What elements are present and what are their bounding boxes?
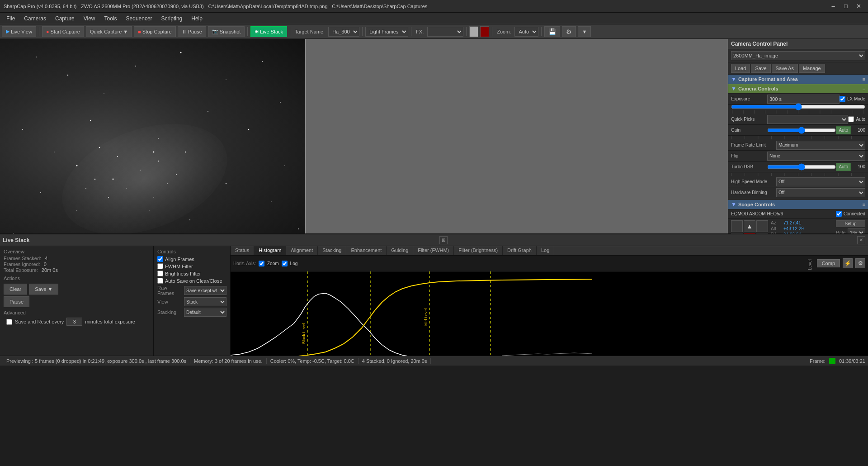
light-frames-select[interactable]: Light Frames: [365, 27, 408, 37]
save-reset-minutes-input[interactable]: [66, 318, 82, 326]
more-toolbar-button[interactable]: ▼: [578, 26, 591, 37]
live-view-button[interactable]: ▶ Live View: [2, 26, 36, 37]
cooler-status: Cooler: 0%, Temp: -0.5C, Target: 0.0C: [267, 358, 359, 364]
turbo-usb-slider[interactable]: [767, 163, 836, 171]
svg-point-9: [54, 152, 55, 152]
scope-controls-section-header[interactable]: ▼ Scope Controls ≡: [728, 200, 868, 209]
mount-connected-checkbox[interactable]: [836, 211, 842, 217]
save-reset-checkbox[interactable]: [6, 319, 12, 325]
dir-east-button[interactable]: ►: [756, 233, 768, 233]
capture-format-section-header[interactable]: ▼ Capture Format and Area ≡: [728, 75, 868, 84]
view-select[interactable]: Stack: [184, 297, 226, 306]
zoom-select[interactable]: Auto: [514, 27, 538, 37]
menu-tools[interactable]: Tools: [100, 14, 122, 23]
capture-format-arrow-icon: ▼: [731, 76, 736, 82]
raw-frames-select[interactable]: Save except wt: [184, 286, 226, 295]
menu-capture[interactable]: Capture: [51, 14, 79, 23]
save-toolbar-button[interactable]: 💾: [544, 26, 560, 37]
svg-point-14: [284, 165, 285, 166]
tab-alignment[interactable]: Alignment: [286, 246, 318, 255]
start-capture-button[interactable]: ● Start Capture: [42, 26, 84, 37]
frame-rate-select[interactable]: Maximum: [776, 141, 865, 150]
scope-setup-button[interactable]: Setup: [836, 220, 865, 227]
auto-checkbox[interactable]: [848, 116, 854, 122]
statusbar: Previewing : 5 frames (0 dropped) in 0:2…: [0, 356, 868, 366]
tab-histogram[interactable]: Histogram: [254, 246, 286, 255]
log-checkbox[interactable]: [282, 261, 288, 266]
menu-cameras[interactable]: Cameras: [19, 14, 51, 23]
float-button[interactable]: ⊞: [439, 236, 448, 244]
settings-toolbar-button[interactable]: ⚙: [562, 26, 576, 37]
lightning-button[interactable]: ⚡: [843, 258, 853, 268]
toolbar-separator-4: [362, 27, 363, 36]
exposure-input[interactable]: [767, 95, 840, 104]
target-name-label: Target Name:: [293, 29, 326, 34]
comp-button[interactable]: Comp: [817, 259, 840, 267]
turbo-auto-button[interactable]: Auto: [836, 163, 851, 171]
tab-filter-fwhm[interactable]: Filter (FWHM): [413, 246, 454, 255]
stop-capture-button[interactable]: ■ Stop Capture: [134, 26, 175, 37]
load-profile-button[interactable]: Load: [731, 64, 750, 73]
menu-view[interactable]: View: [79, 14, 100, 23]
live-stack-button[interactable]: ⊞ Live Stack: [250, 26, 287, 37]
menu-help[interactable]: Help: [187, 14, 207, 23]
brightness-filter-checkbox[interactable]: [157, 271, 163, 276]
exposure-slider[interactable]: [731, 105, 865, 109]
camera-controls-menu-icon[interactable]: ≡: [863, 86, 865, 91]
capture-format-menu-icon[interactable]: ≡: [863, 76, 865, 82]
flip-row: Flip None: [728, 151, 868, 162]
save-profile-button[interactable]: Save: [751, 64, 770, 73]
tab-drift-graph[interactable]: Drift Graph: [503, 246, 537, 255]
chart-settings-button[interactable]: ⚙: [855, 258, 865, 268]
color-swatch-button[interactable]: [469, 26, 478, 37]
menu-scripting[interactable]: Scripting: [157, 14, 187, 23]
color-swatch2-button[interactable]: [480, 26, 489, 37]
gain-slider[interactable]: [767, 127, 836, 134]
close-bottom-button[interactable]: ✕: [857, 236, 865, 244]
save-as-profile-button[interactable]: Save As: [772, 64, 798, 73]
stacking-select[interactable]: Default: [184, 308, 226, 317]
target-name-select[interactable]: Ha_300: [328, 27, 359, 37]
tab-bar: Status Histogram Alignment Stacking Enha…: [231, 246, 868, 256]
tab-log[interactable]: Log: [537, 246, 554, 255]
high-speed-select[interactable]: Off: [776, 177, 865, 186]
scope-controls-menu-icon[interactable]: ≡: [863, 202, 865, 207]
tab-status[interactable]: Status: [231, 246, 254, 255]
hardware-binning-select[interactable]: Off: [776, 188, 865, 197]
tab-stacking[interactable]: Stacking: [318, 246, 346, 255]
menu-sequencer[interactable]: Sequencer: [122, 14, 157, 23]
save-reset-row: Save and Reset every minutes total expos…: [4, 317, 150, 327]
fx-select[interactable]: [427, 27, 463, 37]
dir-north-button[interactable]: ▲: [744, 220, 755, 232]
quick-capture-button[interactable]: Quick Capture ▼: [86, 26, 132, 37]
quick-picks-select[interactable]: [767, 115, 848, 124]
dir-stop-button[interactable]: STOP: [744, 233, 755, 233]
manage-profile-button[interactable]: Manage: [799, 64, 825, 73]
pause-button[interactable]: ⏸ Pause: [178, 26, 206, 37]
profile-select[interactable]: 2600MM_Ha_image: [731, 51, 865, 60]
dir-west-button[interactable]: ◄: [731, 233, 743, 233]
flip-select[interactable]: None: [767, 152, 865, 161]
camera-controls-section-header[interactable]: ▼ Camera Controls ≡: [728, 84, 868, 94]
snapshot-button[interactable]: 📷 Snapshot: [208, 26, 245, 37]
save-stack-button[interactable]: Save ▼: [29, 284, 58, 295]
gain-auto-button[interactable]: Auto: [836, 126, 851, 134]
zoom-checkbox[interactable]: [259, 261, 264, 266]
tab-enhancement[interactable]: Enhancement: [346, 246, 387, 255]
tab-filter-brightness[interactable]: Filter (Brightness): [454, 246, 503, 255]
lx-mode-checkbox[interactable]: [840, 96, 845, 102]
align-frames-checkbox[interactable]: [157, 256, 163, 262]
toolbar-separator-6: [466, 27, 467, 36]
menu-file[interactable]: File: [2, 14, 19, 23]
clear-button[interactable]: Clear: [4, 284, 27, 295]
gain-row: Gain Auto 100: [728, 125, 868, 136]
minimize-button[interactable]: –: [827, 2, 839, 11]
rate-select[interactable]: 16x: [848, 228, 865, 233]
camera-divider: [305, 39, 306, 233]
maximize-button[interactable]: □: [840, 2, 852, 11]
auto-save-checkbox[interactable]: [157, 278, 163, 284]
pause-stack-button[interactable]: Pause: [4, 296, 29, 307]
close-button[interactable]: ✕: [853, 2, 864, 11]
fwhm-filter-checkbox[interactable]: [157, 263, 163, 269]
tab-guiding[interactable]: Guiding: [387, 246, 413, 255]
